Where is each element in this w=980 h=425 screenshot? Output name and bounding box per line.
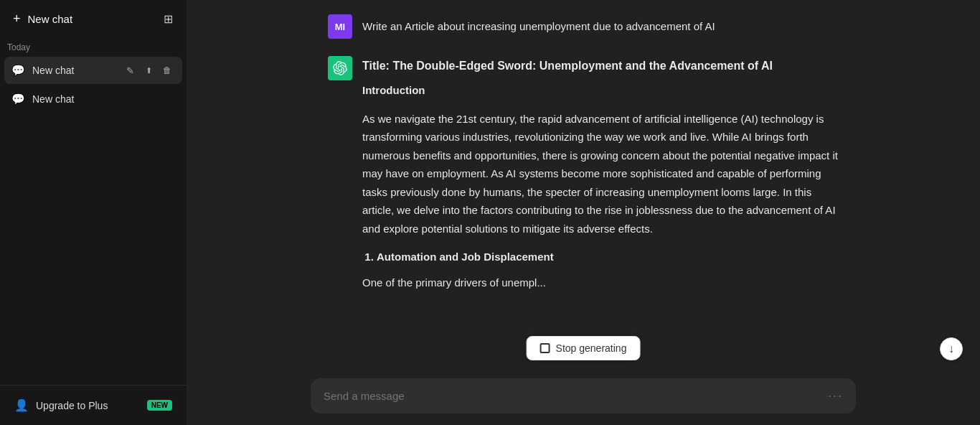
chat-item-label-2: New chat [32, 93, 175, 105]
user-avatar: MI [328, 14, 352, 39]
layout-icon-button[interactable]: ⊞ [155, 6, 181, 32]
layout-icon: ⊞ [164, 12, 173, 26]
stop-generating-container: Stop generating [527, 336, 641, 360]
message-input[interactable] [324, 390, 821, 402]
ai-content: Title: The Double-Edged Sword: Unemploym… [362, 56, 839, 302]
new-chat-button[interactable]: + New chat [6, 6, 152, 32]
stop-generating-button[interactable]: Stop generating [527, 336, 641, 360]
chat-item-label-1: New chat [32, 65, 115, 76]
sidebar-bottom: 👤 Upgrade to Plus NEW [0, 385, 187, 425]
scroll-to-bottom-button[interactable]: ↓ [940, 337, 963, 360]
plus-icon: + [13, 11, 21, 27]
chat-item-actions-1: ✎ ⬆ 🗑 [122, 62, 175, 78]
input-area: ··· [187, 370, 980, 425]
share-icon-1: ⬆ [146, 66, 152, 75]
upgrade-button[interactable]: 👤 Upgrade to Plus NEW [6, 391, 181, 419]
ai-intro-text: As we navigate the 21st century, the rap… [362, 110, 839, 238]
share-button-1[interactable]: ⬆ [141, 62, 156, 78]
today-label: Today [0, 38, 187, 55]
upgrade-label: Upgrade to Plus [36, 400, 108, 411]
ai-section1-partial: One of the primary drivers of unempl... [362, 274, 839, 292]
chat-area: MI Write an Article about increasing une… [187, 0, 980, 370]
delete-button-1[interactable]: 🗑 [159, 62, 175, 78]
main-area: MI Write an Article about increasing une… [187, 0, 980, 425]
user-message-group: MI Write an Article about increasing une… [311, 14, 856, 39]
ai-sections-list: Automation and Job Displacement [362, 248, 839, 266]
down-arrow-icon: ↓ [948, 342, 954, 355]
sidebar: + New chat ⊞ Today 💬 New chat ✎ ⬆ 🗑 💬 Ne… [0, 0, 187, 425]
user-message: MI Write an Article about increasing une… [328, 14, 839, 39]
edit-icon-1: ✎ [126, 65, 134, 76]
stop-label: Stop generating [556, 342, 627, 354]
ai-section-1: Automation and Job Displacement [377, 248, 839, 266]
user-message-text: Write an Article about increasing unempl… [362, 14, 715, 35]
trash-icon-1: 🗑 [163, 65, 171, 75]
new-badge: NEW [147, 400, 172, 411]
sidebar-top: + New chat ⊞ [0, 0, 187, 38]
chat-icon-2: 💬 [11, 93, 25, 106]
ai-message: Title: The Double-Edged Sword: Unemploym… [328, 56, 839, 302]
chat-item-1[interactable]: 💬 New chat ✎ ⬆ 🗑 [4, 57, 182, 84]
user-icon: 👤 [14, 398, 29, 412]
ai-avatar [328, 56, 352, 80]
input-dots: ··· [828, 388, 843, 403]
new-chat-label: New chat [28, 13, 73, 25]
chat-item-2[interactable]: 💬 New chat [4, 87, 182, 111]
input-container: ··· [311, 378, 856, 414]
stop-icon [540, 343, 550, 353]
edit-button-1[interactable]: ✎ [122, 62, 138, 78]
ai-title: Title: The Double-Edged Sword: Unemploym… [362, 56, 839, 75]
user-avatar-text: MI [335, 22, 345, 32]
chat-icon-1: 💬 [11, 64, 25, 77]
section1-title: Automation and Job Displacement [377, 251, 554, 263]
ai-message-group: Title: The Double-Edged Sword: Unemploym… [311, 56, 856, 302]
ai-intro-heading: Introduction [362, 81, 839, 100]
